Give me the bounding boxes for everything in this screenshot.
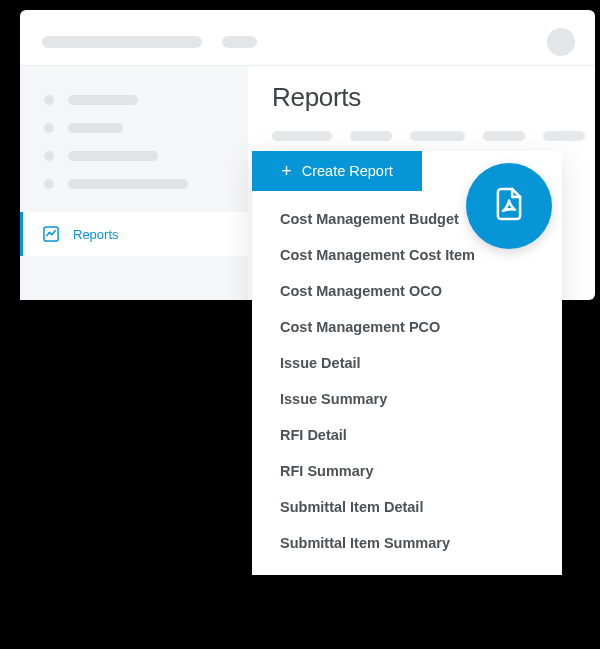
report-type-option[interactable]: Cost Management PCO [252, 309, 562, 345]
skeleton-pill [350, 131, 392, 141]
sidebar-skeleton-item [20, 86, 248, 114]
report-type-option[interactable]: Submittal Item Summary [252, 525, 562, 561]
skeleton-pill [483, 131, 525, 141]
page-title: Reports [272, 82, 595, 113]
topbar [20, 10, 595, 65]
report-type-list: Cost Management Budget Cost Management C… [252, 191, 562, 575]
tab-skeleton-row [272, 131, 595, 141]
report-type-option[interactable]: Issue Summary [252, 381, 562, 417]
skeleton-pill [272, 131, 332, 141]
avatar[interactable] [547, 28, 575, 56]
report-type-option[interactable]: Issue Detail [252, 345, 562, 381]
report-type-option[interactable]: RFI Detail [252, 417, 562, 453]
sidebar-skeleton-item [20, 170, 248, 198]
skeleton-pill [410, 131, 465, 141]
sidebar-item-label: Reports [73, 227, 119, 242]
sidebar-skeleton-item [20, 142, 248, 170]
sidebar-item-reports[interactable]: Reports [20, 212, 248, 256]
reports-icon [41, 224, 61, 244]
report-type-option[interactable]: Submittal Item Detail [252, 489, 562, 525]
skeleton-pill [543, 131, 585, 141]
report-type-option[interactable]: RFI Summary [252, 453, 562, 489]
report-type-option[interactable]: Cost Management OCO [252, 273, 562, 309]
topbar-skeleton [42, 36, 257, 48]
skeleton-bar [222, 36, 257, 48]
export-pdf-fab[interactable] [466, 163, 552, 249]
skeleton-bar [42, 36, 202, 48]
sidebar: Reports [20, 65, 248, 300]
pdf-file-icon [490, 185, 528, 227]
create-report-label: Create Report [302, 163, 393, 179]
plus-icon: + [281, 162, 292, 180]
create-report-button[interactable]: + Create Report [252, 151, 422, 191]
sidebar-skeleton-item [20, 114, 248, 142]
